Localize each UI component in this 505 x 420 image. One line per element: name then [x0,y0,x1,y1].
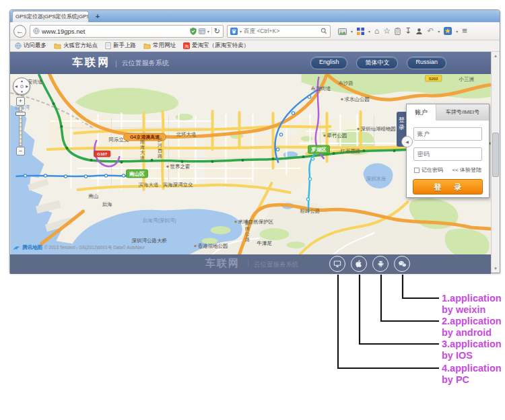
svg-text:南山区: 南山区 [129,171,145,177]
new-tab-button[interactable]: + [92,11,103,21]
bookmark-getting-started[interactable]: 新手上路 [105,42,136,50]
footer-subtitle: 云位置服务系统 [254,260,299,269]
map-pan-control[interactable]: ▲ ▼ ◀ ▶ [13,77,30,95]
home-icon[interactable]: ⌂ [374,27,379,35]
search-icon[interactable] [321,28,327,34]
clipboard-icon[interactable] [395,28,401,35]
undo-icon[interactable]: ↶ [427,27,434,35]
scroll-down-icon[interactable]: ▼ [492,265,500,273]
addon-icon[interactable] [444,27,452,35]
lang-button-english[interactable]: English [310,57,348,69]
scrollbar-thumb[interactable] [492,133,499,177]
login-collapse-button[interactable]: ◀ [401,136,413,147]
bookmark-most-visited[interactable]: 访问最多 [15,42,46,50]
svg-text:牛潭尾: 牛潭尾 [257,240,273,246]
tencent-bird-icon [13,244,20,251]
web-page: 车联网 | 云位置服务系统 English 简体中文 Russian [10,52,491,274]
map-attribution: 腾讯地图 © 2013 Tencent - GS(2012)6001号 Data… [13,244,145,251]
screenshot-dropdown-icon[interactable]: ▾ [351,29,353,34]
svg-text:沙河西路: 沙河西路 [157,137,162,159]
svg-text:G4京港澳高速: G4京港澳高速 [130,134,160,140]
bookmark-star-icon[interactable]: ☆ [383,27,391,35]
screenshot-canvas: GPS定位器|GPS定位系统|GPS路... + ← www.19gps.net… [0,0,505,420]
svg-text:小三洲: 小三洲 [459,76,475,82]
apps-grid-icon[interactable] [357,28,364,35]
svg-text:求水山公园: 求水山公园 [345,96,370,102]
site-footer: 车联网 | 云位置服务系统 [10,254,491,274]
svg-text:S202: S202 [429,77,439,81]
pan-up-icon[interactable]: ▲ [20,79,24,83]
svg-text:南山: 南山 [88,193,99,199]
page-action-icon[interactable] [199,28,205,34]
reload-icon[interactable]: ↻ [214,27,220,36]
lang-button-chinese[interactable]: 简体中文 [356,57,398,69]
weixin-app-icon[interactable] [394,256,410,272]
svg-text:翠竹公园: 翠竹公园 [327,133,347,139]
browser-tab[interactable]: GPS定位器|GPS定位系统|GPS路... [12,11,89,22]
svg-text:新田公路: 新田公路 [245,220,250,242]
search-bar[interactable]: ▾ [227,25,331,38]
lang-button-russian[interactable]: Russian [407,57,446,69]
svg-text:布沙路: 布沙路 [339,80,354,86]
map-canvas[interactable]: 新安街道前海湾同乐立交G4京港澳高速北环大道G107南山区南山后海南海大道沙河西… [10,74,491,254]
tab-account-login[interactable]: 账户 [407,104,436,120]
bookmark-firefox-official[interactable]: 火狐官方站点 [54,42,98,50]
apple-app-icon[interactable] [351,256,367,272]
pan-left-icon[interactable]: ◀ [15,84,18,88]
bookmark-taobao[interactable]: 淘爱淘宝（原淘宝特卖） [183,42,249,50]
language-switcher: English 简体中文 Russian [310,57,446,69]
login-button[interactable]: 登 录 [413,179,483,195]
shield-icon[interactable] [190,28,197,35]
search-engine-dropdown-icon[interactable]: ▾ [240,29,242,34]
taobao-icon: 淘 [183,42,190,50]
folder-icon [143,42,151,50]
screenshot-icon[interactable] [338,28,347,35]
download-icon[interactable]: ↧ [405,27,411,35]
page-scrollbar[interactable]: ▲ ▼ [491,52,500,273]
tab-plate-imei-login[interactable]: 车牌号/IMEI号 [436,104,489,120]
browser-toolbar: ← www.19gps.net ▾ ↻ ▾ ▾ ▾ ⌂ [10,22,500,40]
password-field[interactable] [413,147,482,161]
svg-text:粉岭公路: 粉岭公路 [300,208,321,214]
svg-text:布吉街道: 布吉街道 [311,85,332,92]
trial-login-link[interactable]: << 体验登陆 [452,166,481,174]
svg-text:北环大道: 北环大道 [176,131,197,137]
browser-titlebar: GPS定位器|GPS定位系统|GPS路... + [10,10,500,22]
svg-text:G107: G107 [97,152,107,156]
bookmark-common-sites[interactable]: 常用网址 [143,42,176,50]
undo-dropdown-icon[interactable]: ▾ [438,29,440,34]
svg-text:滨海大道: 滨海大道 [139,182,160,188]
svg-text:后海: 后海 [102,201,113,207]
address-bar[interactable]: www.19gps.net ▾ ↻ [30,25,224,38]
menu-icon[interactable]: ≡ [462,27,467,35]
url-text: www.19gps.net [42,28,188,35]
search-input[interactable] [244,28,318,34]
annotation-lines [0,273,505,420]
page-icon [105,42,111,50]
search-engine-icon[interactable] [230,28,238,35]
scroll-up-icon[interactable]: ▲ [492,52,500,60]
android-app-icon[interactable] [372,256,389,272]
svg-text:米埔自然保护区: 米埔自然保护区 [238,219,274,225]
remember-checkbox[interactable] [414,168,419,173]
bookmarks-bar: 访问最多 火狐官方站点 新手上路 常用网址 淘爱淘宝（原淘宝特卖） [10,40,500,52]
remember-password-option[interactable]: 记住密码 [414,166,443,174]
apps-dropdown-icon[interactable]: ▾ [368,29,370,34]
account-field[interactable] [413,127,482,141]
zoom-in-button[interactable]: + [16,97,25,106]
pan-down-icon[interactable]: ▼ [20,90,24,94]
app-download-icons [329,256,410,272]
urlbar-dropdown-icon[interactable]: ▾ [207,29,209,34]
pc-app-icon[interactable] [329,256,345,272]
annotation-pc: 4.applicationby PC [442,363,505,386]
pan-right-icon[interactable]: ▶ [26,84,28,88]
profile-icon[interactable] [415,28,423,35]
addon-dropdown-icon[interactable]: ▾ [456,29,458,34]
zoom-slider-thumb[interactable] [15,112,26,116]
footer-brand: 车联网 [205,257,240,270]
zoom-out-button[interactable]: − [16,147,25,155]
back-button[interactable]: ← [13,25,26,38]
login-panel: 账户 车牌号/IMEI号 记住密码 << 体验登陆 登 录 [406,104,490,198]
svg-text:红荔西路: 红荔西路 [340,148,361,154]
site-subtitle: 云位置服务系统 [122,59,169,68]
